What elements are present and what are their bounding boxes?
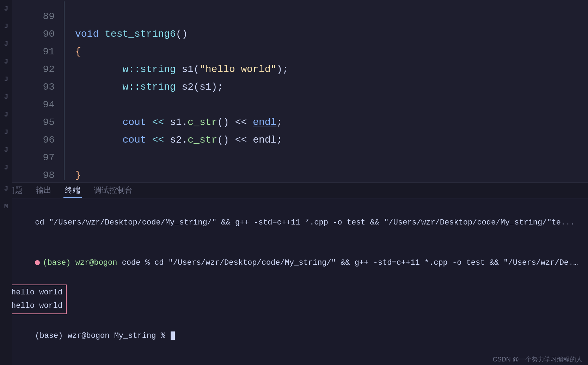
output-highlighted-box: hello world hello world xyxy=(7,285,67,314)
code-line-96: 96 cout << s2.c_str() << endl; xyxy=(12,125,588,143)
sidebar-j-7: J xyxy=(4,106,8,124)
sidebar-j-3: J xyxy=(4,35,8,53)
code-line-91: 91 { xyxy=(12,37,588,54)
terminal-line-cmd1: cd "/Users/wzr/Desktop/code/My_string/" … xyxy=(7,203,581,243)
code-line-89: 89 xyxy=(12,1,588,19)
footer-bar: CSDN @一个努力学习编程的人 xyxy=(487,354,588,365)
terminal-area: 问题 输出 终端 调试控制台 cd "/Users/wzr/Desktop/co… xyxy=(0,182,588,365)
sidebar-j-8: J xyxy=(4,124,8,141)
sidebar-j-1: J xyxy=(4,0,8,18)
line-gutter-94 xyxy=(62,90,65,107)
tab-terminal[interactable]: 终端 xyxy=(63,182,82,198)
terminal-output-2: hello world xyxy=(11,299,62,313)
footer-text: CSDN @一个努力学习编程的人 xyxy=(493,356,582,363)
outer-left-bar: J J J J J J J J J J xyxy=(0,0,12,180)
code-line-98: 98 } xyxy=(12,160,588,178)
line-gutter-99 xyxy=(62,178,65,180)
line-gutter-97 xyxy=(62,143,65,160)
tab-debug-console[interactable]: 调试控制台 xyxy=(92,182,134,198)
code-line-90: 90 void test_string6() xyxy=(12,19,588,37)
code-line-92: 92 w::string s1("hello world"); xyxy=(12,54,588,72)
sidebar-j-10: J xyxy=(4,159,8,176)
output-container: hello world hello world xyxy=(7,285,581,315)
sidebar-j-6: J xyxy=(4,88,8,106)
code-lines: 89 90 void test_string6() 91 { 92 xyxy=(12,0,588,180)
terminal-content[interactable]: cd "/Users/wzr/Desktop/code/My_string/" … xyxy=(0,198,588,365)
line-gutter-98 xyxy=(62,160,65,178)
terminal-output-1: hello world xyxy=(11,286,62,299)
sidebar-j-11: J xyxy=(4,180,8,198)
terminal-dot xyxy=(35,260,40,265)
terminal-cursor xyxy=(171,331,175,340)
editor-wrapper: J J J J J J J J J J 89 90 void test_stri… xyxy=(0,0,588,182)
line-gutter-90 xyxy=(62,19,65,37)
code-line-95: 95 cout << s1.c_str() << endl; xyxy=(12,107,588,125)
terminal-left-bar: J M xyxy=(0,180,12,365)
sidebar-j-5: J xyxy=(4,71,8,88)
code-editor: 89 90 void test_string6() 91 { 92 xyxy=(12,0,588,180)
code-line-94: 94 xyxy=(12,90,588,107)
sidebar-j-2: J xyxy=(4,18,8,35)
sidebar-j-4: J xyxy=(4,53,8,71)
code-line-97: 97 xyxy=(12,143,588,160)
terminal-line-final-prompt: (base) wzr@bogon My_string % xyxy=(7,316,581,356)
sidebar-j-9: J xyxy=(4,141,8,159)
line-gutter-89 xyxy=(62,1,65,19)
terminal-line-prompt1: (base) wzr@bogon code % cd "/Users/wzr/D… xyxy=(7,243,581,283)
line-gutter-91 xyxy=(62,37,65,54)
code-line-93: 93 w::string s2(s1); xyxy=(12,72,588,90)
tab-output[interactable]: 输出 xyxy=(35,182,53,198)
code-line-99: 99 xyxy=(12,178,588,180)
line-gutter-95 xyxy=(62,107,65,125)
line-gutter-96 xyxy=(62,125,65,143)
terminal-tabs: 问题 输出 终端 调试控制台 xyxy=(0,183,588,198)
sidebar-m-1: M xyxy=(4,198,8,215)
line-gutter-93 xyxy=(62,72,65,90)
line-gutter-92 xyxy=(62,54,65,72)
final-prompt-text: (base) wzr@bogon My_string % xyxy=(35,331,170,340)
